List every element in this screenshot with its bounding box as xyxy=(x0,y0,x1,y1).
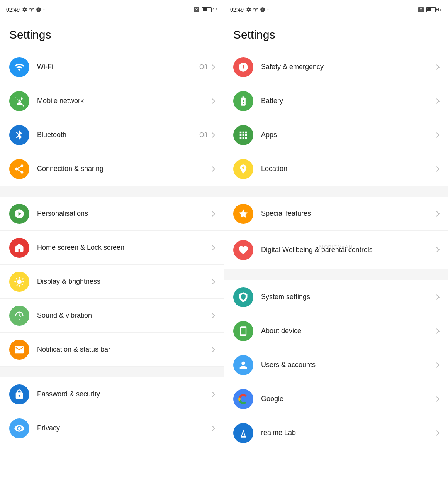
settings-item-realme-lab[interactable]: realme Lab xyxy=(224,416,448,450)
password-label: Password & security xyxy=(37,390,100,398)
bluetooth-chevron xyxy=(210,132,215,137)
status-bar-left: 02:49 ··· ✕ xyxy=(0,0,224,19)
time-right: 02:49 xyxy=(230,7,244,13)
sound-content: Sound & vibration xyxy=(37,311,214,320)
signal-icon-right xyxy=(253,7,258,12)
display-chevron xyxy=(210,279,215,284)
special-features-content: Special features xyxy=(261,210,439,218)
settings-item-home-screen[interactable]: Home screen & Lock screen xyxy=(0,231,224,265)
battery-setting-chevron xyxy=(434,98,440,103)
wifi-value: Off xyxy=(199,64,207,71)
settings-item-digital-wellbeing[interactable]: Digital Wellbeing & parental controls xyxy=(224,231,448,269)
battery-text-left: 47 xyxy=(212,7,217,12)
settings-item-bluetooth[interactable]: Bluetooth Off xyxy=(0,118,224,152)
google-right xyxy=(435,397,439,401)
battery-left: 47 xyxy=(202,7,217,12)
settings-item-google[interactable]: Google xyxy=(224,382,448,416)
google-icon xyxy=(238,394,249,404)
wifi-icon xyxy=(14,62,25,73)
display-content: Display & brightness xyxy=(37,277,214,286)
display-icon xyxy=(14,276,25,287)
apps-icon xyxy=(238,130,249,140)
personalisations-content: Personalisations xyxy=(37,210,214,218)
home-screen-icon-bg xyxy=(9,238,29,258)
right-section-2: Special features Digital Wellbeing & par… xyxy=(224,197,448,269)
digital-wellbeing-label: Digital Wellbeing & parental controls xyxy=(261,245,373,254)
settings-item-location[interactable]: Location xyxy=(224,152,448,186)
mobile-network-right xyxy=(210,99,214,103)
bluetooth-value: Off xyxy=(199,132,207,139)
settings-item-notification[interactable]: Notification & status bar xyxy=(0,333,224,367)
safety-content: Safety & emergency xyxy=(261,63,439,71)
right-divider-1 xyxy=(224,186,448,197)
privacy-right xyxy=(210,426,214,430)
settings-item-wifi[interactable]: Wi-Fi Off xyxy=(0,50,224,84)
left-settings-list: Wi-Fi Off Mobile network xyxy=(0,50,224,494)
battery-right: 47 xyxy=(426,7,442,12)
settings-item-mobile-network[interactable]: Mobile network xyxy=(0,84,224,118)
settings-item-apps[interactable]: Apps xyxy=(224,118,448,152)
home-screen-icon xyxy=(14,242,25,253)
password-icon xyxy=(14,389,25,400)
settings-item-privacy[interactable]: Privacy xyxy=(0,411,224,445)
home-screen-content: Home screen & Lock screen xyxy=(37,244,214,252)
notification-chevron xyxy=(210,347,215,352)
left-page-title: Settings xyxy=(9,28,51,41)
wifi-right: Off xyxy=(199,64,214,71)
users-accounts-chevron xyxy=(434,362,440,367)
left-section-2: Personalisations Home screen & Lock scre… xyxy=(0,197,224,367)
mobile-network-label: Mobile network xyxy=(37,97,84,105)
users-accounts-right xyxy=(435,363,439,367)
realme-lab-icon-bg xyxy=(233,423,253,443)
settings-item-users-accounts[interactable]: Users & accounts xyxy=(224,348,448,382)
privacy-label: Privacy xyxy=(37,424,60,432)
settings-item-password-security[interactable]: Password & security xyxy=(0,377,224,411)
system-settings-content: System settings xyxy=(261,293,439,301)
settings-item-battery[interactable]: Battery xyxy=(224,84,448,118)
settings-item-safety[interactable]: Safety & emergency xyxy=(224,50,448,84)
special-features-icon xyxy=(238,208,249,219)
about-device-icon xyxy=(238,326,249,337)
wifi-chevron xyxy=(210,64,215,69)
signal-icon xyxy=(29,7,34,12)
right-divider-2 xyxy=(224,269,448,280)
notification-icon xyxy=(14,344,25,355)
status-bar-right-content: 02:49 ··· xyxy=(230,7,271,13)
settings-item-connection-sharing[interactable]: Connection & sharing xyxy=(0,152,224,186)
system-settings-right xyxy=(435,295,439,299)
mobile-network-chevron xyxy=(210,98,215,103)
realme-lab-right xyxy=(435,431,439,435)
about-device-label: About device xyxy=(261,327,301,335)
home-screen-label: Home screen & Lock screen xyxy=(37,244,124,252)
about-device-icon-bg xyxy=(233,321,253,341)
settings-item-system-settings[interactable]: System settings xyxy=(224,280,448,314)
notification-content: Notification & status bar xyxy=(37,345,214,354)
settings-item-display[interactable]: Display & brightness xyxy=(0,265,224,299)
location-icon xyxy=(238,164,249,174)
safety-label: Safety & emergency xyxy=(261,63,324,71)
location-chevron xyxy=(434,166,440,171)
battery-setting-content: Battery xyxy=(261,97,439,105)
apps-content: Apps xyxy=(261,131,439,139)
settings-item-special-features[interactable]: Special features xyxy=(224,197,448,231)
notification-icon-bg xyxy=(9,340,29,360)
battery-fill-left xyxy=(203,8,207,11)
personalisations-icon-bg xyxy=(9,204,29,224)
password-icon-bg xyxy=(9,384,29,404)
settings-item-sound[interactable]: Sound & vibration xyxy=(0,299,224,333)
settings-item-personalisations[interactable]: Personalisations xyxy=(0,197,224,231)
mobile-network-icon xyxy=(14,96,25,107)
digital-wellbeing-chevron xyxy=(434,247,440,252)
safety-right xyxy=(435,65,439,69)
left-divider-2 xyxy=(0,367,224,377)
bluetooth-label: Bluetooth xyxy=(37,131,66,139)
settings-item-about-device[interactable]: About device xyxy=(224,314,448,348)
sound-icon xyxy=(14,310,25,321)
personalisations-icon xyxy=(14,208,25,219)
bluetooth-icon-bg xyxy=(9,125,29,145)
bluetooth-right: Off xyxy=(199,132,214,139)
x-icon-right: ✕ xyxy=(418,7,424,12)
realme-lab-chevron xyxy=(434,430,440,435)
left-section-3: Password & security Privacy xyxy=(0,377,224,445)
apps-label: Apps xyxy=(261,131,277,139)
